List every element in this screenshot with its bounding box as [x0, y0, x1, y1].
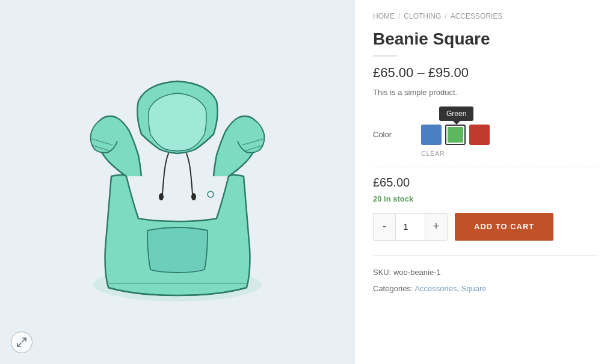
color-label: Color	[373, 130, 421, 139]
breadcrumb-sep2: /	[445, 12, 446, 20]
breadcrumb: HOME / CLOTHING / ACCESSORIES	[373, 12, 598, 20]
add-to-cart-button[interactable]: ADD TO CART	[455, 213, 553, 241]
svg-point-5	[159, 193, 164, 200]
cart-row: - + ADD TO CART	[373, 213, 598, 241]
breadcrumb-accessories: ACCESSORIES	[451, 12, 503, 20]
svg-point-7	[208, 191, 214, 197]
color-swatch-green[interactable]	[445, 125, 466, 145]
svg-point-6	[191, 193, 196, 200]
breadcrumb-clothing[interactable]: CLOTHING	[404, 12, 441, 20]
color-swatch-red[interactable]	[469, 125, 490, 145]
categories-label: Categories:	[373, 284, 413, 293]
product-details-section: HOME / CLOTHING / ACCESSORIES Beanie Squ…	[355, 0, 616, 364]
clear-link[interactable]: CLEAR	[421, 150, 598, 157]
color-tooltip-wrapper: Green	[439, 106, 473, 121]
categories-row: Categories: Accessories, Square	[373, 282, 598, 295]
product-image-section	[0, 0, 355, 364]
color-row: Color	[373, 125, 598, 145]
svg-line-9	[22, 338, 26, 342]
breadcrumb-home[interactable]: HOME	[373, 12, 395, 20]
quantity-decrease-button[interactable]: -	[374, 213, 395, 241]
sku-label: SKU:	[373, 268, 391, 277]
product-title: Beanie Square	[373, 29, 598, 49]
breadcrumb-sep1: /	[398, 12, 400, 20]
meta-section: SKU: woo-beanie-1 Categories: Accessorie…	[373, 255, 598, 296]
color-tooltip: Green	[439, 106, 473, 121]
category-accessories-link[interactable]: Accessories	[414, 284, 457, 293]
quantity-increase-button[interactable]: +	[425, 213, 447, 241]
color-section: Green Color CLEAR	[373, 106, 598, 157]
color-swatch-blue[interactable]	[421, 125, 442, 145]
categories-comma: ,	[457, 284, 461, 293]
zoom-icon[interactable]	[11, 332, 32, 353]
category-square-link[interactable]: Square	[461, 284, 487, 293]
sku-value-text: woo-beanie-1	[393, 268, 441, 277]
product-image	[63, 56, 292, 309]
sku-row: SKU: woo-beanie-1	[373, 265, 598, 279]
title-divider	[373, 55, 397, 57]
section-divider	[373, 167, 598, 167]
price-range: £65.00 – £95.00	[373, 65, 598, 81]
svg-line-10	[17, 343, 21, 347]
simple-product-text: This is a simple product.	[373, 88, 598, 97]
quantity-control: - +	[373, 213, 448, 241]
color-swatches	[421, 125, 490, 145]
selected-price: £65.00	[373, 176, 598, 190]
quantity-input[interactable]	[395, 213, 425, 241]
stock-text: 20 in stock	[373, 194, 598, 203]
